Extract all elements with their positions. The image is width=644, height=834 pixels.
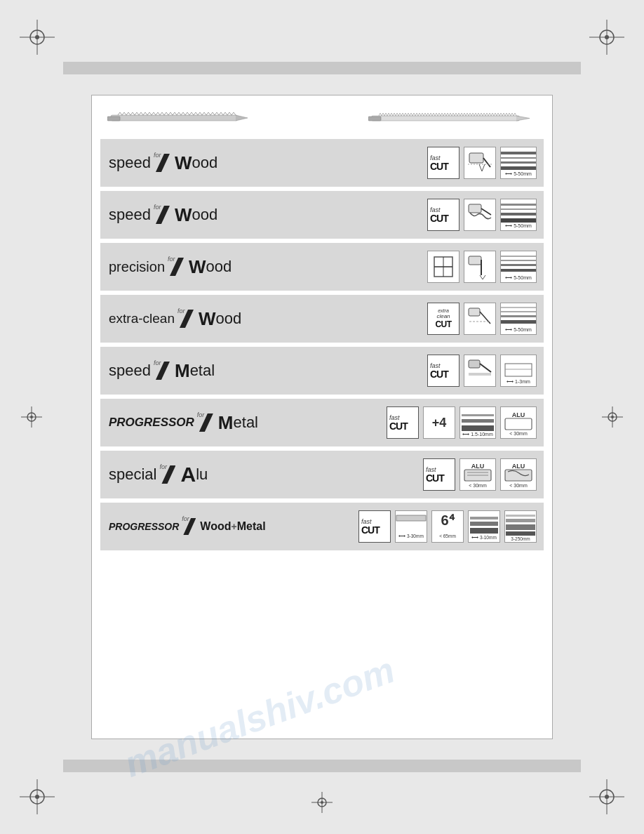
svg-rect-30 bbox=[372, 116, 519, 121]
svg-rect-74 bbox=[505, 418, 532, 430]
product-row-speed-wood-2: speed for Wood fast CUT bbox=[100, 191, 544, 239]
svg-rect-65 bbox=[505, 364, 532, 376]
side-mark-bottom bbox=[311, 792, 333, 813]
svg-rect-95 bbox=[506, 531, 535, 536]
svg-rect-39 bbox=[469, 204, 481, 213]
label-metal-2: etal bbox=[234, 413, 258, 432]
fast-cut-badge-1: fast CUT bbox=[427, 147, 459, 179]
thickness-icon-8d: 3-250mm bbox=[504, 510, 537, 543]
for-label-4: for bbox=[177, 307, 185, 315]
corner-mark-tl bbox=[20, 20, 55, 55]
product-label-speed-wood-2: speed for Wood bbox=[100, 204, 304, 226]
svg-rect-90 bbox=[470, 528, 498, 534]
svg-rect-36 bbox=[501, 161, 536, 164]
svg-rect-34 bbox=[501, 152, 536, 154]
svg-rect-88 bbox=[470, 517, 498, 519]
plus4-icon: +4 bbox=[423, 406, 455, 439]
svg-rect-49 bbox=[469, 256, 481, 265]
thickness-icon-2: ⟷ 5-50mm bbox=[500, 199, 537, 231]
jigsaw-icon-1 bbox=[464, 147, 496, 179]
svg-rect-41 bbox=[501, 204, 536, 206]
product-row-extra-clean-wood: extra-clean for Wood extra clean CUT bbox=[100, 295, 544, 343]
slash-container-8: for bbox=[181, 517, 198, 536]
svg-text:ALU: ALU bbox=[512, 463, 525, 470]
svg-rect-43 bbox=[501, 213, 536, 216]
jigsaw-icon-3 bbox=[464, 251, 496, 283]
label-metal-cap-2: M bbox=[218, 412, 234, 434]
svg-text:< 30mm: < 30mm bbox=[469, 483, 487, 488]
svg-rect-53 bbox=[501, 264, 536, 266]
svg-rect-29 bbox=[107, 117, 120, 121]
svg-rect-42 bbox=[501, 208, 536, 210]
svg-text:ALU: ALU bbox=[471, 463, 485, 470]
for-label-1: for bbox=[154, 152, 161, 159]
svg-rect-28 bbox=[111, 115, 237, 121]
svg-point-27 bbox=[321, 801, 323, 804]
alu-icon-6: ALU < 30mm bbox=[500, 406, 537, 439]
label-metal: etal bbox=[190, 362, 215, 380]
svg-text:⟷ 5-50mm: ⟷ 5-50mm bbox=[505, 171, 532, 176]
svg-rect-54 bbox=[501, 269, 536, 272]
extra-clean-badge: extra clean CUT bbox=[427, 303, 459, 335]
alu-icon-7a: ALU < 30mm bbox=[459, 458, 496, 491]
svg-point-3 bbox=[35, 35, 39, 39]
svg-text:⟷ 1.5-10mm: ⟷ 1.5-10mm bbox=[462, 432, 493, 437]
svg-rect-31 bbox=[368, 117, 381, 121]
label-wood-3: ood bbox=[206, 258, 232, 276]
svg-rect-63 bbox=[469, 360, 480, 368]
svg-rect-37 bbox=[501, 166, 536, 170]
square-cut-icon bbox=[427, 251, 459, 283]
svg-rect-35 bbox=[501, 157, 536, 159]
for-label-7: for bbox=[159, 463, 167, 470]
label-wood-4: ood bbox=[216, 310, 242, 328]
product-label-speed-metal: speed for Metal bbox=[100, 360, 304, 382]
label-progressor-metal: PROGRESSOR bbox=[109, 416, 194, 430]
svg-text:⟷ 3-10mm: ⟷ 3-10mm bbox=[471, 535, 497, 540]
svg-rect-51 bbox=[501, 256, 536, 257]
thickness-icon-3: ⟷ 5-50mm bbox=[500, 251, 537, 283]
corner-mark-bl bbox=[20, 779, 55, 814]
product-label-precision-wood: precision for Wood bbox=[100, 256, 304, 278]
svg-rect-69 bbox=[462, 414, 494, 416]
label-special: special bbox=[109, 465, 156, 484]
product-icons-5: fast CUT ⟷ 1-3mm bbox=[304, 355, 544, 387]
thickness-icon-8a: ⟷ 3-30mm bbox=[395, 510, 427, 543]
product-icons-1: fast CUT bbox=[304, 147, 544, 179]
thickness-icon-5: ⟷ 1-3mm bbox=[500, 355, 537, 387]
label-wood-1: ood bbox=[192, 154, 218, 172]
svg-text:⟷ 5-50mm: ⟷ 5-50mm bbox=[505, 275, 532, 280]
jigsaw-icon-5 bbox=[464, 355, 496, 387]
jigsaw-icon-2 bbox=[464, 199, 496, 231]
product-row-special-alu: special for Alu fast CUT ALU < bbox=[100, 451, 544, 498]
label-precision: precision bbox=[109, 259, 165, 275]
svg-rect-56 bbox=[469, 308, 480, 316]
blade-row bbox=[100, 104, 544, 135]
svg-rect-94 bbox=[506, 524, 535, 530]
svg-rect-93 bbox=[506, 519, 535, 522]
label-wood-cap-4: W bbox=[199, 308, 216, 330]
svg-rect-61 bbox=[501, 320, 536, 324]
bottom-bar bbox=[63, 760, 581, 772]
label-progressor-wm: PROGRESSOR bbox=[109, 521, 179, 532]
product-label-extra-clean-wood: extra-clean for Wood bbox=[100, 308, 304, 330]
label-wood-cap-3: W bbox=[189, 256, 206, 278]
svg-line-40 bbox=[481, 208, 491, 215]
top-bar bbox=[63, 62, 581, 74]
for-label-3: for bbox=[168, 256, 175, 263]
for-label-8: for bbox=[182, 515, 189, 522]
svg-rect-89 bbox=[470, 522, 498, 526]
svg-text:⟷ 5-50mm: ⟷ 5-50mm bbox=[505, 223, 532, 228]
label-metal-cap: M bbox=[175, 360, 190, 382]
product-label-progressor-wood-metal: PROGRESSOR for Wood + Metal bbox=[100, 517, 304, 536]
label-speed-2: speed bbox=[109, 206, 151, 224]
svg-text:ALU: ALU bbox=[512, 411, 525, 418]
svg-rect-52 bbox=[501, 260, 536, 261]
for-label-2: for bbox=[154, 204, 161, 211]
thickness-icon-1: ⟷ 5-50mm bbox=[500, 147, 537, 179]
svg-text:6⁴: 6⁴ bbox=[441, 512, 455, 528]
product-icons-7: fast CUT ALU < 30mm ALU < 30 bbox=[304, 458, 544, 491]
product-icons-8: fast CUT ⟷ 3-30mm 6⁴ < 65mm bbox=[304, 510, 544, 543]
side-mark-right bbox=[602, 406, 623, 428]
slash-container-6: for bbox=[196, 413, 216, 432]
svg-point-19 bbox=[30, 416, 33, 418]
